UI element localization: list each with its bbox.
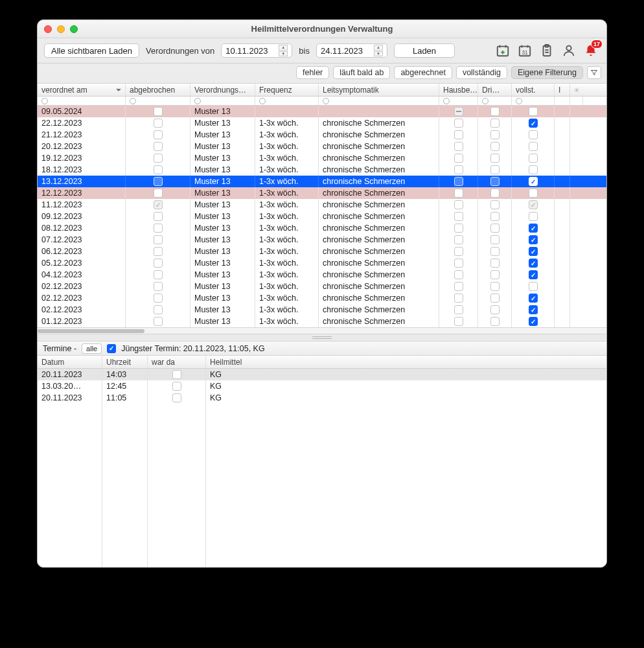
checkbox[interactable] bbox=[154, 282, 163, 291]
checkbox[interactable] bbox=[529, 224, 538, 233]
filter-funnel-button[interactable] bbox=[587, 66, 601, 79]
checkbox[interactable] bbox=[454, 282, 463, 291]
table-row[interactable]: 20.11.202314:03KG bbox=[38, 369, 606, 380]
col-hausbesuch[interactable]: Hausbe… bbox=[439, 84, 478, 96]
checkbox[interactable] bbox=[454, 107, 463, 116]
table-row[interactable]: 06.12.2023Muster 131-3x wöch.chronische … bbox=[38, 246, 606, 257]
col-vollstaendig[interactable]: vollst. bbox=[512, 84, 555, 96]
col-verordnet-am[interactable]: verordnet am bbox=[38, 84, 126, 96]
checkbox[interactable] bbox=[154, 294, 163, 303]
table-row[interactable]: 09.05.2024Muster 13 bbox=[38, 106, 606, 117]
checkbox[interactable] bbox=[529, 130, 538, 139]
checkbox[interactable] bbox=[529, 270, 538, 279]
filter-ring-icon[interactable] bbox=[130, 98, 136, 104]
filter-ring-icon[interactable] bbox=[482, 98, 489, 104]
checkbox[interactable] bbox=[172, 382, 181, 391]
checkbox[interactable] bbox=[154, 165, 163, 174]
filter-abgerechnet[interactable]: abgerechnet bbox=[394, 66, 452, 79]
table-row[interactable]: 07.12.2023Muster 131-3x wöch.chronische … bbox=[38, 234, 606, 246]
checkbox[interactable] bbox=[490, 142, 500, 151]
checkbox[interactable] bbox=[490, 165, 500, 174]
checkbox[interactable] bbox=[154, 130, 163, 139]
checkbox[interactable] bbox=[529, 142, 538, 151]
checkbox[interactable] bbox=[454, 259, 463, 268]
filter-ring-icon[interactable] bbox=[443, 98, 450, 104]
table-row[interactable]: 19.12.2023Muster 131-3x wöch.chronische … bbox=[38, 152, 606, 164]
horizontal-scrollbar[interactable] bbox=[38, 327, 606, 334]
checkbox[interactable] bbox=[490, 200, 500, 209]
checkbox[interactable] bbox=[454, 235, 463, 244]
checkbox[interactable] bbox=[490, 317, 500, 326]
checkbox[interactable] bbox=[490, 189, 500, 198]
col-abgebrochen[interactable]: abgebrochen bbox=[126, 84, 190, 96]
filter-ring-icon[interactable] bbox=[323, 98, 329, 104]
checkbox[interactable] bbox=[529, 317, 538, 326]
checkbox[interactable] bbox=[529, 177, 538, 186]
checkbox[interactable] bbox=[529, 305, 538, 314]
checkbox[interactable] bbox=[154, 317, 163, 326]
checkbox[interactable] bbox=[154, 200, 163, 209]
table-row[interactable]: 13.12.2023Muster 131-3x wöch.chronische … bbox=[38, 176, 606, 187]
checkbox[interactable] bbox=[529, 200, 538, 209]
checkbox[interactable] bbox=[490, 177, 500, 186]
checkbox[interactable] bbox=[490, 224, 500, 233]
filter-ring-icon[interactable] bbox=[41, 98, 48, 104]
checkbox[interactable] bbox=[154, 212, 163, 221]
checkbox[interactable] bbox=[490, 270, 500, 279]
filter-vollstaendig[interactable]: vollständig bbox=[456, 66, 507, 79]
checkbox[interactable] bbox=[454, 165, 463, 174]
table-row[interactable]: 02.12.2023Muster 131-3x wöch.chronische … bbox=[38, 304, 606, 316]
checkbox[interactable] bbox=[490, 247, 500, 256]
checkbox[interactable] bbox=[154, 177, 163, 186]
checkbox[interactable] bbox=[529, 235, 538, 244]
checkbox[interactable] bbox=[490, 305, 500, 314]
date-from-stepper[interactable]: ▲▼ bbox=[279, 45, 288, 56]
alarm-bell-icon[interactable]: 17 bbox=[582, 42, 600, 59]
clipboard-icon[interactable] bbox=[538, 42, 556, 59]
termine-alle-chip[interactable]: alle bbox=[82, 343, 102, 354]
table-row[interactable]: 02.12.2023Muster 131-3x wöch.chronische … bbox=[38, 281, 606, 292]
checkbox[interactable] bbox=[154, 142, 163, 151]
col-frequenz[interactable]: Frequenz bbox=[255, 84, 319, 96]
table-row[interactable]: 20.11.202311:05KG bbox=[38, 392, 606, 404]
checkbox[interactable] bbox=[454, 247, 463, 256]
checkbox[interactable] bbox=[529, 119, 538, 128]
checkbox[interactable] bbox=[490, 130, 500, 139]
col-heilmittel[interactable]: Heilmittel bbox=[206, 356, 606, 368]
checkbox[interactable] bbox=[154, 270, 163, 279]
filter-eigene-filterung[interactable]: Eigene Filterung bbox=[511, 66, 583, 79]
checkbox[interactable] bbox=[529, 107, 538, 116]
table-row[interactable]: 08.12.2023Muster 131-3x wöch.chronische … bbox=[38, 222, 606, 234]
new-appointment-icon[interactable] bbox=[494, 42, 512, 59]
table-row[interactable]: 01.12.2023Muster 131-3x wöch.chronische … bbox=[38, 316, 606, 327]
load-all-visible-button[interactable]: Alle sichtbaren Laden bbox=[44, 43, 139, 58]
checkbox[interactable] bbox=[490, 235, 500, 244]
checkbox[interactable] bbox=[529, 294, 538, 303]
checkbox[interactable] bbox=[154, 154, 163, 163]
checkbox[interactable] bbox=[490, 107, 500, 116]
checkbox[interactable] bbox=[154, 224, 163, 233]
checkbox[interactable] bbox=[154, 247, 163, 256]
table-row[interactable]: 12.12.2023Muster 131-3x wöch.chronische … bbox=[38, 187, 606, 199]
date-from-field[interactable]: 10.11.2023 ▲▼ bbox=[221, 43, 292, 58]
table-row[interactable]: 04.12.2023Muster 131-3x wöch.chronische … bbox=[38, 269, 606, 281]
checkbox[interactable] bbox=[454, 224, 463, 233]
filter-ring-icon[interactable] bbox=[516, 98, 522, 104]
scrollbar-thumb[interactable] bbox=[38, 329, 144, 333]
table-row[interactable]: 09.12.2023Muster 131-3x wöch.chronische … bbox=[38, 211, 606, 222]
table-row[interactable]: 05.12.2023Muster 131-3x wöch.chronische … bbox=[38, 257, 606, 269]
checkbox[interactable] bbox=[490, 294, 500, 303]
checkbox[interactable] bbox=[454, 305, 463, 314]
checkbox[interactable] bbox=[454, 130, 463, 139]
checkbox[interactable] bbox=[154, 119, 163, 128]
date-to-field[interactable]: 24.11.2023 ▲▼ bbox=[316, 43, 387, 58]
filter-ring-icon[interactable] bbox=[194, 98, 201, 104]
checkbox[interactable] bbox=[454, 317, 463, 326]
table-row[interactable]: 18.12.2023Muster 131-3x wöch.chronische … bbox=[38, 164, 606, 176]
checkbox[interactable] bbox=[154, 235, 163, 244]
checkbox[interactable] bbox=[154, 107, 163, 116]
checkbox[interactable] bbox=[454, 154, 463, 163]
checkbox[interactable] bbox=[529, 247, 538, 256]
filter-fehler[interactable]: fehler bbox=[296, 66, 329, 79]
col-datum[interactable]: Datum bbox=[38, 356, 102, 368]
